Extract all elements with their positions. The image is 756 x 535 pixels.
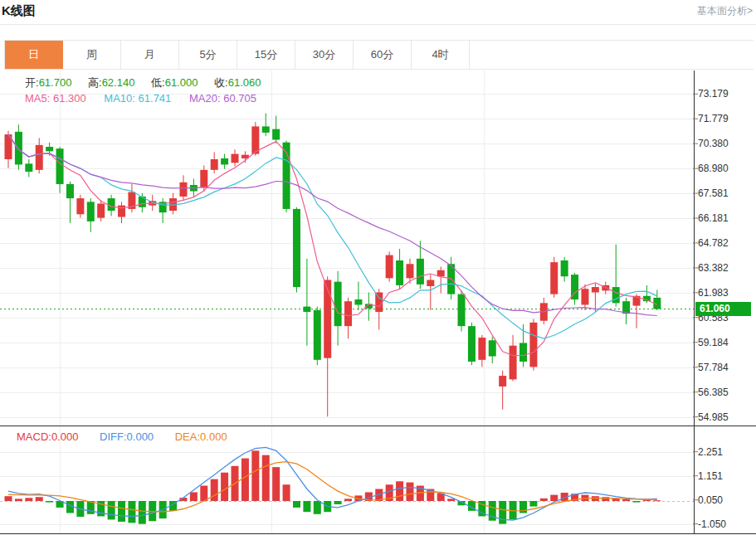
- candle-body: [303, 307, 310, 312]
- candle-body: [375, 293, 383, 313]
- candle-body: [66, 184, 74, 198]
- diff-value-readout: DIFF:0.000: [100, 430, 154, 443]
- candle-body: [354, 299, 362, 304]
- main-y-axis-label: 73.179: [698, 88, 729, 100]
- macd-bar: [396, 481, 403, 501]
- candle-body: [417, 259, 424, 285]
- main-y-axis-label: 56.385: [698, 387, 729, 398]
- main-y-axis-label: 68.980: [698, 163, 729, 174]
- macd-readout: MACD:0.000 DIFF:0.000 DEA:0.000: [17, 430, 246, 443]
- candle-body: [519, 343, 527, 361]
- candle-body: [529, 323, 537, 367]
- macd-y-axis-label: -1.050: [698, 518, 726, 530]
- macd-bar: [447, 499, 455, 501]
- candle-body: [15, 132, 22, 165]
- macd-bar: [622, 499, 630, 501]
- candle-body: [76, 198, 84, 214]
- main-y-axis-label: 64.782: [698, 237, 729, 249]
- macd-bar: [66, 501, 74, 513]
- macd-bar: [251, 450, 259, 501]
- candle-body: [251, 126, 259, 153]
- macd-bar: [262, 455, 270, 501]
- candle-body: [324, 280, 331, 358]
- main-y-axis-label: 67.581: [698, 187, 729, 199]
- macd-value-readout: MACD:0.000: [17, 430, 78, 443]
- candle-body: [262, 126, 270, 132]
- main-y-axis-label: 70.380: [698, 138, 729, 149]
- candle-body: [334, 282, 342, 327]
- macd-bar: [293, 501, 300, 508]
- candle-body: [87, 202, 95, 221]
- close-label: 收:: [214, 76, 228, 89]
- macd-bar: [592, 496, 599, 501]
- candle-body: [56, 148, 64, 184]
- macd-bar: [46, 501, 53, 503]
- candle-body: [458, 294, 466, 327]
- candle-body: [489, 340, 496, 356]
- ma-readout: MA5: 61.300 MA10: 61.741 MA20: 60.705: [25, 92, 271, 105]
- candle-body: [36, 145, 43, 170]
- high-value: 62.140: [102, 76, 135, 89]
- candle-body: [427, 280, 434, 286]
- main-y-axis-label: 61.983: [698, 287, 729, 299]
- macd-bar: [200, 486, 207, 501]
- low-value: 61.000: [165, 76, 198, 89]
- macd-bar: [344, 499, 352, 501]
- candle-body: [232, 154, 239, 163]
- macd-bar: [241, 459, 249, 501]
- main-y-axis-label: 54.985: [698, 411, 729, 423]
- macd-y-axis-label: 1.151: [698, 470, 723, 482]
- candle-body: [406, 264, 413, 278]
- ma10-readout: MA10: 61.741: [104, 92, 171, 105]
- macd-bar: [653, 500, 661, 501]
- candle-body: [344, 301, 352, 326]
- macd-bar: [406, 483, 413, 501]
- candle-body: [386, 255, 393, 279]
- candle-body: [200, 170, 207, 187]
- candle-body: [211, 159, 218, 170]
- main-y-axis-label: 59.184: [698, 337, 729, 348]
- macd-y-axis-label: 2.251: [698, 446, 723, 458]
- macd-bar: [139, 501, 146, 524]
- candle-body: [478, 338, 485, 360]
- macd-bar: [314, 501, 321, 514]
- macd-bar: [118, 501, 125, 522]
- macd-bar: [190, 492, 198, 501]
- ma5-readout: MA5: 61.300: [25, 92, 86, 105]
- kline-widget: K线图 基本面分析> 日 周 月 5分 15分 30分 60分 4时 73.17…: [0, 0, 756, 535]
- candle-body: [581, 289, 588, 304]
- candle-body: [396, 260, 403, 285]
- macd-bar: [529, 501, 537, 507]
- candle-body: [592, 287, 599, 292]
- candle-body: [510, 346, 517, 380]
- diff-line: [8, 447, 657, 520]
- candle-body: [179, 182, 187, 197]
- candle-body: [314, 310, 321, 360]
- candle-body: [437, 270, 445, 276]
- dea-line: [8, 462, 657, 512]
- macd-bar: [25, 498, 32, 501]
- macd-bar: [272, 467, 280, 501]
- candle-body: [468, 326, 476, 362]
- macd-bar: [550, 495, 558, 501]
- high-label: 高:: [88, 76, 102, 89]
- macd-bar: [211, 479, 218, 501]
- candle-body: [561, 260, 568, 276]
- main-y-axis-label: 71.779: [698, 113, 729, 124]
- macd-y-axis-label: 0.050: [698, 494, 723, 506]
- low-label: 低:: [151, 76, 165, 89]
- candle-body: [499, 376, 506, 387]
- current-price-tag: 61.060: [695, 302, 751, 316]
- candle-body: [97, 204, 105, 218]
- macd-bar: [221, 473, 228, 501]
- main-y-axis-label: 57.784: [698, 362, 729, 373]
- open-label: 开:: [25, 76, 39, 89]
- macd-bar: [128, 501, 135, 523]
- ma-line-ma10: [8, 134, 657, 338]
- macd-bar: [15, 499, 22, 501]
- candle-body: [643, 296, 651, 301]
- candle-body: [221, 158, 228, 164]
- candle-body: [612, 287, 620, 303]
- candle-body: [293, 209, 300, 287]
- candle-body: [272, 129, 280, 140]
